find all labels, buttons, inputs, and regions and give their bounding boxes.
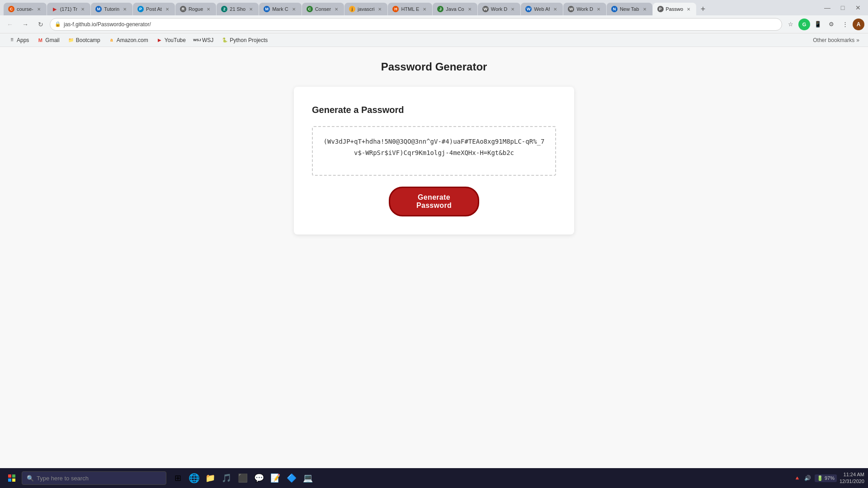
tab16-favicon: P — [657, 6, 664, 12]
password-card: Generate a Password (Wv3dJP+qT+hdha!5N0@… — [294, 87, 574, 235]
tab-work1[interactable]: W Work D ✕ — [478, 3, 520, 15]
tab4-close[interactable]: ✕ — [164, 6, 170, 12]
tab-21sho[interactable]: 2 21 Sho ✕ — [217, 3, 259, 15]
tab15-close[interactable]: ✕ — [642, 6, 648, 12]
bookmarks-bar: ⠿ Apps M Gmail 📁 Bootcamp a Amazon.com ▶… — [0, 33, 868, 47]
generate-password-button[interactable]: Generate Password — [389, 187, 479, 216]
page-title: Password Generator — [381, 61, 487, 73]
clock-time: 11:24 AM — [844, 471, 864, 478]
reload-button[interactable]: ↻ — [34, 18, 47, 31]
tab16-close[interactable]: ✕ — [685, 6, 692, 12]
app1-taskbar-icon[interactable]: ⬛ — [235, 470, 250, 486]
close-button[interactable]: ✕ — [852, 1, 864, 14]
tab-post-at[interactable]: P Post At ✕ — [133, 3, 175, 15]
tab3-favicon: M — [95, 6, 102, 12]
tab5-close[interactable]: ✕ — [205, 6, 212, 12]
new-tab-button[interactable]: + — [697, 3, 709, 15]
app5-taskbar-icon[interactable]: 💻 — [300, 470, 316, 486]
tab8-favicon: C — [307, 6, 313, 12]
settings-icon[interactable]: ⚙ — [826, 19, 837, 30]
profile-button[interactable]: A — [853, 19, 864, 30]
bookmark-amazon[interactable]: a Amazon.com — [105, 36, 151, 45]
tab5-title: Rogue — [189, 6, 203, 12]
extension-icon[interactable]: G — [798, 19, 810, 30]
tab-markc[interactable]: M Mark C ✕ — [259, 3, 301, 15]
maximize-button[interactable]: □ — [836, 1, 849, 14]
app4-taskbar-icon[interactable]: 🔷 — [284, 470, 299, 486]
tab10-close[interactable]: ✕ — [421, 6, 428, 12]
volume-icon[interactable]: 🔊 — [804, 475, 811, 481]
tab-coursera[interactable]: C course- ✕ — [4, 3, 47, 15]
network-icon[interactable]: 🔺 — [794, 475, 801, 481]
tab13-close[interactable]: ✕ — [552, 6, 558, 12]
explorer-taskbar-icon[interactable]: 📁 — [203, 470, 218, 486]
tab2-close[interactable]: ✕ — [80, 6, 86, 12]
battery-percentage: 97% — [825, 475, 835, 481]
tab7-close[interactable]: ✕ — [291, 6, 297, 12]
tab6-close[interactable]: ✕ — [248, 6, 254, 12]
taskbar: 🔍 Type here to search ⊞ 🌐 📁 🎵 ⬛ 💬 📝 🔷 💻 … — [0, 468, 868, 488]
task-view-button[interactable]: ⊞ — [170, 470, 185, 486]
tab-newtab[interactable]: N New Tab ✕ — [607, 3, 652, 15]
tab16-title: Passwo — [666, 6, 684, 12]
tab12-title: Work D — [491, 6, 507, 12]
tab11-close[interactable]: ✕ — [467, 6, 473, 12]
bootcamp-icon: 📁 — [68, 37, 74, 43]
bookmark-wsj-label: WSJ — [202, 37, 213, 43]
tab1-close[interactable]: ✕ — [36, 6, 42, 12]
start-button[interactable] — [4, 470, 20, 486]
tab14-close[interactable]: ✕ — [595, 6, 602, 12]
tab-rogue[interactable]: R Rogue ✕ — [175, 3, 216, 15]
tab11-title: Java Co — [446, 6, 464, 12]
tab-javascript[interactable]: j javascri ✕ — [344, 3, 387, 15]
app2-taskbar-icon[interactable]: 💬 — [251, 470, 267, 486]
tab12-close[interactable]: ✕ — [509, 6, 516, 12]
bookmark-python[interactable]: 🐍 Python Projects — [218, 36, 271, 45]
taskbar-icons: ⊞ 🌐 📁 🎵 ⬛ 💬 📝 🔷 💻 — [170, 470, 316, 486]
tab-html[interactable]: H HTML E ✕ — [388, 3, 432, 15]
address-bar[interactable]: 🔒 jas-f.github.io/Passwordo-generator/ — [50, 18, 782, 31]
tab1-title: course- — [17, 6, 33, 12]
bookmark-gmail-label: Gmail — [45, 37, 59, 43]
bookmark-youtube[interactable]: ▶ YouTube — [153, 36, 189, 45]
tab8-close[interactable]: ✕ — [333, 6, 340, 12]
tab-java[interactable]: J Java Co ✕ — [433, 3, 477, 15]
tab1-favicon: C — [8, 6, 14, 12]
password-display: (Wv3dJP+qT+hdha!5N0@3QO@3nn^gV-#4)uaF#TE… — [312, 126, 556, 176]
bookmark-wsj[interactable]: WSJ WSJ — [191, 36, 217, 45]
media-taskbar-icon[interactable]: 🎵 — [219, 470, 234, 486]
taskbar-clock: 11:24 AM 12/31/2020 — [840, 471, 864, 485]
chrome-settings-icon[interactable]: ⋮ — [839, 19, 851, 30]
back-button[interactable]: ← — [4, 18, 16, 31]
windows-logo — [8, 474, 15, 482]
taskbar-sys-icons: 🔺 🔊 🔋 97% — [794, 474, 837, 482]
bookmark-star-icon[interactable]: ☆ — [785, 19, 797, 30]
amazon-icon: a — [108, 37, 115, 43]
taskbar-search[interactable]: 🔍 Type here to search — [22, 471, 166, 485]
tab-webaf[interactable]: W Web Af ✕ — [521, 3, 563, 15]
tab3-close[interactable]: ✕ — [122, 6, 128, 12]
tab9-close[interactable]: ✕ — [377, 6, 383, 12]
forward-button[interactable]: → — [19, 18, 32, 31]
tab11-favicon: J — [437, 6, 443, 12]
app3-taskbar-icon[interactable]: 📝 — [268, 470, 283, 486]
bookmark-bootcamp[interactable]: 📁 Bootcamp — [65, 36, 104, 45]
tab-conser[interactable]: C Conser ✕ — [302, 3, 344, 15]
taskbar-right: 🔺 🔊 🔋 97% 11:24 AM 12/31/2020 — [794, 471, 864, 485]
tab-tutoring[interactable]: M Tutorin ✕ — [91, 3, 132, 15]
cast-icon[interactable]: 📱 — [812, 19, 824, 30]
tab13-title: Web Af — [534, 6, 550, 12]
other-bookmarks[interactable]: Other bookmarks » — [810, 36, 863, 45]
bookmark-gmail[interactable]: M Gmail — [34, 36, 62, 45]
tab15-title: New Tab — [620, 6, 639, 12]
tab-youtube[interactable]: ▶ (171) Tr ✕ — [47, 3, 91, 15]
minimize-button[interactable]: — — [821, 1, 834, 14]
search-icon: 🔍 — [27, 475, 34, 482]
bookmark-amazon-label: Amazon.com — [117, 37, 148, 43]
tab-work2[interactable]: W Work D ✕ — [563, 3, 606, 15]
nav-actions: ☆ G 📱 ⚙ ⋮ A — [785, 19, 864, 30]
tab4-favicon: P — [137, 6, 144, 12]
bookmark-apps[interactable]: ⠿ Apps — [5, 36, 32, 45]
tab-password-active[interactable]: P Passwo ✕ — [653, 3, 697, 15]
chrome-taskbar-icon[interactable]: 🌐 — [186, 470, 202, 486]
